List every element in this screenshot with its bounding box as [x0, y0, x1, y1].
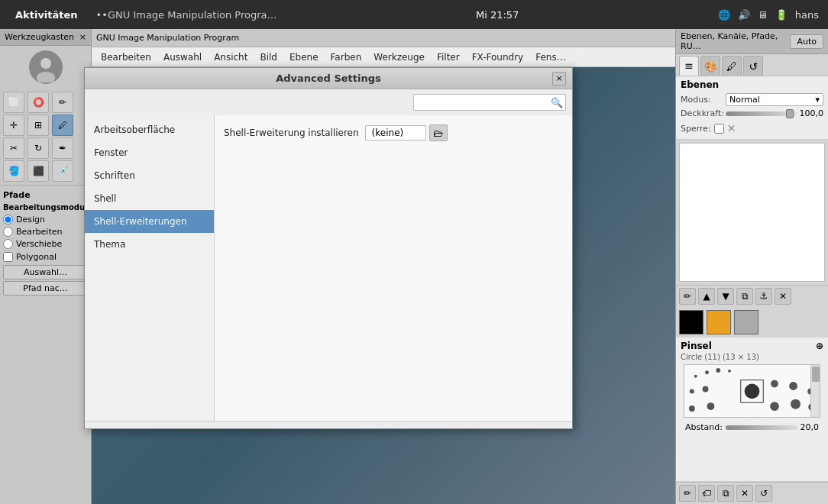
tool-pencil[interactable]: ✒ — [52, 137, 73, 159]
layer-tool-duplicate[interactable]: ⧉ — [736, 288, 753, 305]
tools-grid: ⬜ ⭕ ✏ ✛ ⊞ 🖊 ✂ ↻ ✒ 🪣 ⬛ 💉 — [0, 89, 91, 185]
toolbox-title-label: Werkzeugkasten — [5, 32, 74, 42]
layer-tool-edit[interactable]: ✏ — [679, 288, 696, 305]
dialog-close-button[interactable]: × — [552, 72, 566, 86]
tool-rect-select[interactable]: ⬜ — [3, 92, 24, 113]
menu-bearbeiten[interactable]: Bearbeiten — [95, 50, 157, 65]
file-text-field[interactable]: (keine) — [365, 125, 426, 141]
right-panel-title-text: Ebenen, Kanäle, Pfade, RU… — [681, 31, 790, 51]
sidebar-item-shell-erweiterungen[interactable]: Shell-Erweiterungen — [85, 210, 214, 233]
battery-icon: 🔋 — [775, 9, 788, 21]
toolbox-close-icon[interactable]: × — [79, 32, 86, 42]
tool-move[interactable]: ✛ — [3, 115, 24, 136]
brush-tool-edit[interactable]: ✏ — [679, 485, 696, 502]
auto-button[interactable]: Auto — [790, 34, 823, 49]
menu-bild[interactable]: Bild — [254, 50, 283, 65]
volume-icon: 🔊 — [738, 9, 750, 21]
menu-ebene[interactable]: Ebene — [283, 50, 325, 65]
layer-tool-delete[interactable]: ✕ — [775, 288, 791, 305]
tool-eyedropper[interactable]: 💉 — [52, 160, 73, 182]
pinsel-title: Pinsel ⊕ — [681, 341, 823, 351]
tab-layers[interactable]: ≡ — [679, 56, 699, 76]
menu-ansicht[interactable]: Ansicht — [208, 50, 254, 65]
sidebar-item-fenster[interactable]: Fenster — [85, 141, 214, 164]
right-panel: Ebenen, Kanäle, Pfade, RU… Auto ≡ 🎨 🖊 ↺ … — [675, 29, 828, 504]
path-to-button[interactable]: Pfad nac… — [3, 281, 88, 296]
file-select: (keine) 🗁 — [365, 124, 448, 141]
svg-point-11 — [771, 380, 778, 388]
layer-tool-anchor[interactable]: ⚓ — [755, 288, 772, 305]
radio-move[interactable]: Verschiebe — [3, 239, 88, 249]
polygon-check[interactable]: Polygonal — [3, 252, 88, 262]
paths-section: Pfade Bearbeitungsmodus: Design Bearbeit… — [0, 185, 91, 302]
menu-fens[interactable]: Fens… — [529, 50, 572, 65]
tool-align[interactable]: ⊞ — [27, 115, 49, 136]
radio-edit[interactable]: Bearbeiten — [3, 227, 88, 237]
activities-button[interactable]: Aktivitäten — [9, 6, 84, 24]
modus-row: Modus: Normal ▾ — [681, 93, 823, 106]
tab-paths[interactable]: 🖊 — [722, 56, 742, 76]
taskbar-app-title: ••GNU Image Manipulation Progra… — [96, 9, 277, 21]
ebenen-title: Ebenen — [681, 79, 823, 90]
brush-tool-refresh[interactable]: ↺ — [755, 485, 772, 502]
menu-farben[interactable]: Farben — [325, 50, 368, 65]
brush-tool-tag[interactable]: 🏷 — [698, 485, 715, 502]
tool-paintbucket[interactable]: 🪣 — [3, 160, 24, 182]
tool-path[interactable]: 🖊 — [52, 115, 73, 136]
spacing-slider[interactable] — [726, 425, 797, 430]
edit-mode-group: Design Bearbeiten Verschiebe — [3, 215, 88, 249]
abstand-label: Abstand: — [685, 422, 723, 432]
display-icon: 🖥 — [758, 9, 768, 21]
tool-eraser[interactable]: ⬛ — [27, 160, 49, 182]
sperre-row: Sperre: ✕ — [681, 121, 823, 136]
brush-tool-duplicate[interactable]: ⧉ — [717, 485, 734, 502]
paths-title: Pfade — [3, 190, 88, 200]
gimp-window-title-text: GNU Image Manipulation Program — [96, 33, 239, 43]
layer-tool-up[interactable]: ▲ — [698, 288, 715, 305]
brush-toolbar: ✏ 🏷 ⧉ ✕ ↺ — [676, 482, 828, 504]
ebenen-section: Ebenen Modus: Normal ▾ Deckkraft: 100,0 … — [676, 76, 828, 140]
menu-werkzeuge[interactable]: Werkzeuge — [367, 50, 431, 65]
radio-design[interactable]: Design — [3, 215, 88, 225]
swatch-orange[interactable] — [707, 310, 731, 334]
abstand-value: 20,0 — [801, 422, 820, 432]
search-icon[interactable]: 🔍 — [551, 97, 563, 108]
menu-fx-foundry[interactable]: FX-Foundry — [466, 50, 530, 65]
tab-channels[interactable]: 🎨 — [700, 56, 720, 76]
tool-rotate[interactable]: ↻ — [27, 137, 49, 159]
modus-dropdown[interactable]: Normal ▾ — [726, 93, 823, 106]
tool-free-select[interactable]: ✏ — [52, 92, 73, 113]
file-browse-button[interactable]: 🗁 — [429, 124, 448, 141]
brush-label: Circle (11) (13 × 13) — [681, 353, 823, 361]
menu-auswahl[interactable]: Auswahl — [157, 50, 208, 65]
sidebar-item-thema[interactable]: Thema — [85, 233, 214, 256]
modus-chevron-icon: ▾ — [815, 95, 820, 105]
opacity-slider[interactable] — [726, 111, 797, 116]
sidebar-item-arbeitsflache[interactable]: Arbeitsoberfläche — [85, 118, 214, 141]
brush-scrollbar[interactable] — [810, 365, 820, 417]
swatch-gray[interactable] — [734, 310, 758, 334]
dialog-sidebar: Arbeitsoberfläche Fenster Schriften Shel… — [85, 115, 215, 421]
brush-tool-delete[interactable]: ✕ — [736, 485, 753, 502]
sperre-label: Sperre: — [681, 124, 711, 134]
select-path-button[interactable]: Auswahl… — [3, 265, 88, 279]
pinsel-expand-icon[interactable]: ⊕ — [816, 341, 823, 351]
svg-point-1 — [40, 58, 51, 69]
sidebar-item-shell[interactable]: Shell — [85, 187, 214, 210]
svg-point-10 — [745, 384, 760, 399]
sidebar-item-schriften[interactable]: Schriften — [85, 164, 214, 187]
svg-point-3 — [694, 375, 697, 378]
toolbox-panel: Werkzeugkasten × ⬜ ⭕ ✏ ✛ ⊞ 🖊 ✂ ↻ ✒ 🪣 ⬛ 💉 — [0, 29, 92, 504]
svg-point-15 — [707, 402, 715, 410]
tab-history[interactable]: ↺ — [743, 56, 763, 76]
swatch-black[interactable] — [679, 310, 703, 334]
menu-filter[interactable]: Filter — [431, 50, 466, 65]
sperre-check[interactable] — [714, 124, 724, 134]
search-input[interactable] — [413, 94, 566, 111]
layer-tool-down[interactable]: ▼ — [717, 288, 734, 305]
tool-ellipse-select[interactable]: ⭕ — [27, 92, 49, 113]
svg-point-17 — [791, 399, 801, 409]
color-swatches — [676, 307, 828, 338]
advanced-settings-dialog: Advanced Settings × 🔍 Arbeitsoberfläche … — [84, 67, 573, 429]
tool-crop[interactable]: ✂ — [3, 137, 24, 159]
